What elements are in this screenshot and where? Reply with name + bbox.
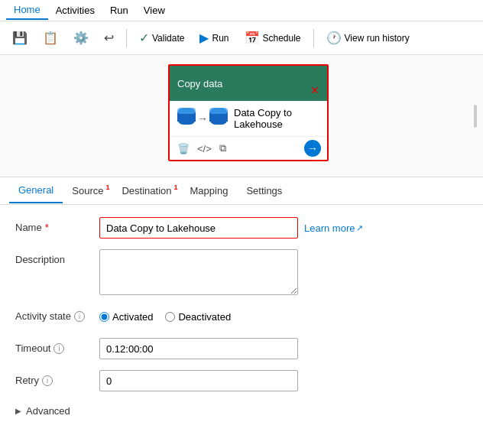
- divider-1: [126, 29, 127, 47]
- retry-row: Retry i: [15, 370, 468, 391]
- activity-card-header: Copy data ✓ ✕: [170, 66, 327, 101]
- form-area: Name * Learn more ↗ Description Activity…: [0, 205, 483, 432]
- duplicate-activity-button[interactable]: ⧉: [218, 141, 228, 156]
- activity-card-actions: 🗑️ </> ⧉ →: [170, 136, 327, 160]
- activity-state-control-wrap: Activated Deactivated: [99, 306, 468, 327]
- timeout-control-wrap: [99, 338, 468, 359]
- timeout-label: Timeout i: [15, 338, 99, 354]
- history-icon: 🕐: [326, 31, 342, 45]
- divider-2: [313, 29, 314, 47]
- copy-icon: 📋: [43, 31, 58, 45]
- code-activity-button[interactable]: </>: [196, 141, 213, 156]
- settings-button[interactable]: ⚙️: [67, 28, 95, 48]
- tab-general[interactable]: General: [9, 178, 63, 203]
- timeout-row: Timeout i: [15, 338, 468, 359]
- undo-icon: ↩: [104, 31, 114, 45]
- name-control-wrap: Learn more ↗: [99, 217, 468, 239]
- chevron-right-icon: ▶: [15, 407, 21, 415]
- retry-info-icon[interactable]: i: [42, 375, 53, 386]
- tabs-bar: General Source 1 Destination 1 Mapping S…: [0, 177, 483, 205]
- name-row: Name * Learn more ↗: [15, 217, 468, 239]
- advanced-label: Advanced: [26, 405, 70, 417]
- schedule-button[interactable]: 📅 Schedule: [238, 28, 307, 48]
- deactivated-radio-label[interactable]: Deactivated: [165, 311, 231, 323]
- menu-item-activities[interactable]: Activities: [48, 2, 102, 19]
- save-button[interactable]: 💾: [6, 28, 34, 48]
- toolbar: 💾 📋 ⚙️ ↩ ✓ Validate ▶ Run 📅 Schedule 🕐 V…: [0, 21, 483, 55]
- learn-more-link[interactable]: Learn more ↗: [304, 222, 363, 234]
- activated-radio[interactable]: [99, 312, 109, 322]
- copy-button[interactable]: 📋: [37, 28, 64, 48]
- delete-activity-button[interactable]: 🗑️: [176, 141, 191, 156]
- required-indicator: *: [45, 222, 49, 233]
- tab-mapping[interactable]: Mapping: [181, 179, 238, 203]
- schedule-icon: 📅: [245, 31, 260, 45]
- tab-source[interactable]: Source 1: [63, 179, 112, 203]
- menu-item-home[interactable]: Home: [6, 1, 48, 20]
- retry-label: Retry i: [15, 370, 99, 386]
- menu-bar: Home Activities Run View: [0, 0, 483, 21]
- activated-radio-label[interactable]: Activated: [99, 311, 153, 323]
- description-input[interactable]: [99, 249, 298, 295]
- activity-card-body: → Data Copy toLakehouse: [170, 101, 327, 136]
- activity-state-row: Activity state i Activated Deactivated: [15, 306, 468, 327]
- menu-item-view[interactable]: View: [136, 2, 173, 19]
- activity-state-info-icon[interactable]: i: [74, 311, 85, 322]
- card-check-icon: ✓: [310, 70, 319, 83]
- name-input[interactable]: [99, 217, 298, 239]
- source-badge: 1: [105, 183, 109, 191]
- deactivated-radio[interactable]: [165, 312, 175, 322]
- card-x-icon: ✕: [310, 84, 319, 96]
- retry-input[interactable]: [99, 370, 298, 391]
- view-run-history-button[interactable]: 🕐 View run history: [320, 28, 416, 48]
- canvas-area: Copy data ✓ ✕ →: [0, 55, 483, 177]
- scroll-indicator: [474, 105, 477, 128]
- description-label: Description: [15, 249, 99, 265]
- tab-destination[interactable]: Destination 1: [112, 179, 180, 203]
- validate-button[interactable]: ✓ Validate: [133, 28, 190, 48]
- activity-card[interactable]: Copy data ✓ ✕ →: [168, 64, 329, 161]
- activity-card-title: Copy data: [177, 78, 222, 89]
- activity-name: Data Copy toLakehouse: [234, 107, 292, 130]
- destination-badge: 1: [173, 183, 177, 191]
- run-icon: ▶: [199, 31, 209, 45]
- activity-arrow-button[interactable]: →: [304, 140, 321, 157]
- description-control-wrap: [99, 249, 468, 295]
- activity-state-label: Activity state i: [15, 306, 99, 322]
- database-icon: →: [177, 108, 228, 129]
- external-link-icon: ↗: [356, 223, 363, 233]
- run-button[interactable]: ▶ Run: [193, 28, 235, 48]
- save-icon: 💾: [12, 31, 28, 45]
- name-label: Name *: [15, 217, 99, 233]
- menu-item-run[interactable]: Run: [102, 2, 136, 19]
- validate-icon: ✓: [139, 31, 149, 45]
- activity-state-radio-group: Activated Deactivated: [99, 306, 231, 327]
- gear-icon: ⚙️: [73, 31, 89, 45]
- timeout-input[interactable]: [99, 338, 298, 359]
- tab-settings[interactable]: Settings: [237, 179, 291, 203]
- undo-button[interactable]: ↩: [98, 28, 120, 48]
- timeout-info-icon[interactable]: i: [53, 343, 64, 354]
- description-row: Description: [15, 249, 468, 295]
- retry-control-wrap: [99, 370, 468, 391]
- advanced-section[interactable]: ▶ Advanced: [15, 402, 468, 420]
